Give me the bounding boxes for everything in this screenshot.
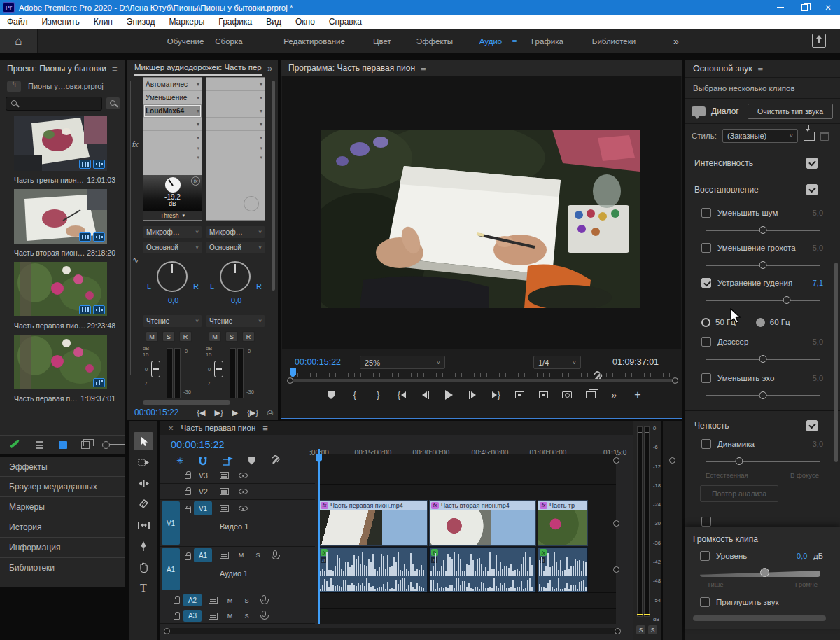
timeline-video-clip[interactable]: fxЧасть вторая пион.mp4 [429, 500, 536, 546]
effect-slot[interactable]: Уменьшение▾ [144, 91, 202, 104]
program-panel-title[interactable]: Программа: Часть перавая пион [288, 63, 415, 73]
lock-icon[interactable] [185, 490, 191, 495]
dynamics-value[interactable]: 3,0 [813, 440, 823, 448]
project-clip-item[interactable]: Часть перавая пио…29:23:48 [14, 262, 115, 330]
effect-slot-empty[interactable]: ▾ [206, 78, 265, 91]
close-button[interactable]: ✕ [816, 0, 840, 15]
dynamics-checkbox[interactable] [701, 439, 711, 449]
project-sequence-item[interactable]: Часть перавая п…1:09:37:01 [14, 335, 115, 403]
mute-button[interactable]: M [209, 331, 221, 342]
clip-name[interactable]: Часть вторая пион… [14, 249, 85, 257]
menu-clip[interactable]: Клип [87, 17, 120, 27]
project-file-label[interactable]: Пионы у…овки.prproj [28, 82, 104, 90]
workspace-tab-editing[interactable]: Редактирование [284, 29, 345, 53]
track-visibility-icon[interactable] [239, 489, 248, 494]
send-slot[interactable]: ▾ [206, 144, 265, 153]
writable-pencil-icon[interactable] [10, 441, 18, 448]
timeline-h-scrollbar[interactable] [165, 628, 619, 634]
goto-in-icon[interactable]: {◀ [197, 408, 205, 417]
extract-icon[interactable] [536, 388, 551, 402]
play-icon[interactable]: ▶ [232, 408, 238, 417]
timeline-video-clip[interactable]: fxЧасть перавая пион.mp4 [318, 500, 428, 546]
input-dropdown-ch1[interactable]: Микроф…˅ [143, 226, 202, 238]
preset-dropdown[interactable]: (Заказные)˅ [722, 129, 798, 143]
minimize-button[interactable] [769, 0, 792, 15]
record-button[interactable]: R [179, 331, 192, 342]
project-clip-item[interactable]: Часть вторая пион…28:18:20 [14, 189, 115, 257]
menu-file[interactable]: Файл [0, 17, 35, 27]
dehum-value[interactable]: 7,1 [813, 279, 823, 287]
zoom-slider[interactable] [106, 444, 125, 445]
export-tray-icon[interactable]: ⎙ [267, 408, 273, 417]
reduce-noise-checkbox[interactable] [701, 208, 711, 218]
comparison-view-icon[interactable] [583, 388, 598, 402]
scrubber-right-handle[interactable] [672, 377, 678, 384]
scrubber-left-handle[interactable] [287, 377, 293, 384]
deess-slider[interactable] [706, 359, 820, 360]
panel-tab-history[interactable]: История [0, 517, 125, 538]
mark-in-icon[interactable]: { [347, 388, 363, 402]
workspace-tab-learning[interactable]: Обучение [167, 29, 204, 53]
voiceover-mic-icon[interactable] [262, 595, 266, 601]
video-usage-icon[interactable] [79, 305, 91, 314]
lock-icon[interactable] [185, 474, 191, 479]
audio-usage-icon[interactable] [93, 305, 105, 314]
effect-slot-empty[interactable]: ▾ [144, 131, 202, 144]
workspace-tab-audio-menu-icon[interactable]: ≡ [512, 29, 517, 53]
solo-button[interactable]: S [225, 331, 238, 342]
essential-sound-title[interactable]: Основной звук [693, 64, 752, 74]
input-dropdown-ch2[interactable]: Микроф…˅ [206, 226, 265, 238]
audio-usage-icon[interactable] [93, 160, 105, 169]
clip-name[interactable]: Часть перавая п… [14, 394, 78, 403]
mixer-h-scrollbar[interactable] [143, 400, 230, 405]
scrollbar-right-handle[interactable] [615, 628, 621, 634]
zoom-scroll-handle[interactable] [613, 457, 620, 464]
lock-icon[interactable] [174, 615, 180, 620]
track-target-a1[interactable]: A1 [194, 548, 212, 562]
reduce-noise-slider[interactable] [706, 230, 820, 231]
timeline-timecode[interactable]: 00:00:15:22 [171, 439, 225, 450]
reanalyze-button[interactable]: Повтор анализа [700, 485, 778, 502]
solo-left-button[interactable]: S [636, 625, 645, 634]
clarity-checkbox[interactable] [806, 420, 818, 431]
mixer-v-scrollbar[interactable] [272, 81, 275, 291]
voiceover-mic-icon[interactable] [262, 611, 266, 617]
panel-tab-effects[interactable]: Эффекты [0, 457, 125, 477]
panel-tab-info[interactable]: Информация [0, 538, 125, 558]
program-timecode[interactable]: 00:00:15:22 [295, 357, 341, 367]
effect-slot-selected[interactable]: LoudMax64▾ [144, 104, 202, 118]
share-export-icon[interactable] [812, 34, 826, 48]
pen-tool[interactable] [134, 537, 153, 555]
lock-icon[interactable] [185, 508, 191, 513]
sync-lock-icon[interactable] [220, 472, 229, 479]
reduce-rumble-slider[interactable] [706, 265, 820, 266]
level-slider-knob[interactable] [760, 568, 769, 577]
menu-view[interactable]: Вид [259, 17, 288, 27]
track-solo-button[interactable]: S [242, 611, 251, 620]
reduce-reverb-checkbox[interactable] [701, 373, 711, 383]
send-knob[interactable] [244, 196, 259, 211]
pan-value-ch1[interactable]: 0,0 [168, 296, 178, 305]
track-resize-handle[interactable] [613, 566, 620, 573]
effect-parameter-knob[interactable]: fx -19.2 dB Thresh▾ [144, 175, 202, 220]
list-view-icon[interactable] [36, 441, 44, 449]
effect-slot[interactable]: Автоматичес▾ [144, 78, 202, 91]
level-checkbox[interactable] [700, 551, 710, 561]
workspace-tab-graphics[interactable]: Графика [531, 29, 564, 53]
add-button-icon[interactable]: + [630, 388, 645, 402]
mixer-panel-title[interactable]: Микшер аудиодорожек: Часть пер [134, 63, 262, 76]
dehum-checkbox[interactable] [701, 278, 711, 288]
reduce-rumble-value[interactable]: 5,0 [813, 244, 823, 252]
effect-slot-empty[interactable]: ▾ [144, 118, 202, 131]
track-visibility-icon[interactable] [239, 473, 248, 478]
send-slot[interactable]: ▾ [144, 144, 202, 153]
timeline-panel-menu-icon[interactable]: ≡ [262, 423, 267, 433]
transport-overflow-icon[interactable]: » [606, 388, 622, 402]
pan-knob-ch1[interactable] [157, 261, 188, 292]
sequence-tab-label[interactable]: Часть перавая пион [181, 424, 255, 432]
reduce-reverb-value[interactable]: 5,0 [813, 374, 823, 382]
track-target-a3[interactable]: A3 [183, 610, 202, 622]
track-label[interactable]: V2 [199, 487, 208, 496]
clear-audio-type-button[interactable]: Очистить тип звука [748, 104, 833, 119]
loudness-checkbox[interactable] [806, 158, 818, 169]
